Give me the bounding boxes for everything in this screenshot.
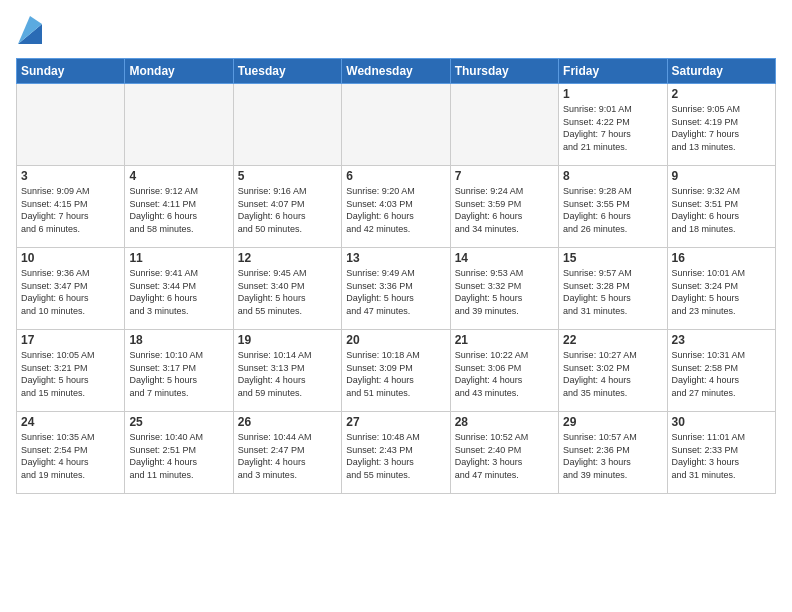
day-number: 10 [21,251,120,265]
day-info: Sunrise: 9:01 AMSunset: 4:22 PMDaylight:… [563,103,662,153]
day-info: Sunrise: 9:45 AMSunset: 3:40 PMDaylight:… [238,267,337,317]
day-cell: 18Sunrise: 10:10 AMSunset: 3:17 PMDaylig… [125,330,233,412]
day-number: 23 [672,333,771,347]
page: SundayMondayTuesdayWednesdayThursdayFrid… [0,0,792,612]
day-number: 18 [129,333,228,347]
day-cell: 24Sunrise: 10:35 AMSunset: 2:54 PMDaylig… [17,412,125,494]
day-number: 15 [563,251,662,265]
day-cell [342,84,450,166]
day-info: Sunrise: 10:44 AMSunset: 2:47 PMDaylight… [238,431,337,481]
day-info: Sunrise: 10:14 AMSunset: 3:13 PMDaylight… [238,349,337,399]
logo-icon [18,16,42,44]
day-cell: 20Sunrise: 10:18 AMSunset: 3:09 PMDaylig… [342,330,450,412]
day-number: 2 [672,87,771,101]
day-number: 30 [672,415,771,429]
day-number: 11 [129,251,228,265]
day-cell: 30Sunrise: 11:01 AMSunset: 2:33 PMDaylig… [667,412,775,494]
day-number: 7 [455,169,554,183]
week-row-3: 10Sunrise: 9:36 AMSunset: 3:47 PMDayligh… [17,248,776,330]
day-info: Sunrise: 11:01 AMSunset: 2:33 PMDaylight… [672,431,771,481]
week-row-5: 24Sunrise: 10:35 AMSunset: 2:54 PMDaylig… [17,412,776,494]
col-header-tuesday: Tuesday [233,59,341,84]
day-number: 26 [238,415,337,429]
header [16,16,776,48]
day-info: Sunrise: 10:10 AMSunset: 3:17 PMDaylight… [129,349,228,399]
day-cell: 10Sunrise: 9:36 AMSunset: 3:47 PMDayligh… [17,248,125,330]
day-info: Sunrise: 9:16 AMSunset: 4:07 PMDaylight:… [238,185,337,235]
day-cell: 7Sunrise: 9:24 AMSunset: 3:59 PMDaylight… [450,166,558,248]
header-row: SundayMondayTuesdayWednesdayThursdayFrid… [17,59,776,84]
col-header-friday: Friday [559,59,667,84]
day-cell: 5Sunrise: 9:16 AMSunset: 4:07 PMDaylight… [233,166,341,248]
day-cell: 17Sunrise: 10:05 AMSunset: 3:21 PMDaylig… [17,330,125,412]
calendar: SundayMondayTuesdayWednesdayThursdayFrid… [16,58,776,494]
day-number: 9 [672,169,771,183]
day-cell: 12Sunrise: 9:45 AMSunset: 3:40 PMDayligh… [233,248,341,330]
day-number: 13 [346,251,445,265]
day-info: Sunrise: 10:48 AMSunset: 2:43 PMDaylight… [346,431,445,481]
day-info: Sunrise: 10:52 AMSunset: 2:40 PMDaylight… [455,431,554,481]
day-cell [125,84,233,166]
day-number: 29 [563,415,662,429]
day-cell: 28Sunrise: 10:52 AMSunset: 2:40 PMDaylig… [450,412,558,494]
day-number: 14 [455,251,554,265]
day-number: 5 [238,169,337,183]
day-info: Sunrise: 10:05 AMSunset: 3:21 PMDaylight… [21,349,120,399]
day-cell: 1Sunrise: 9:01 AMSunset: 4:22 PMDaylight… [559,84,667,166]
day-number: 4 [129,169,228,183]
day-number: 12 [238,251,337,265]
week-row-2: 3Sunrise: 9:09 AMSunset: 4:15 PMDaylight… [17,166,776,248]
day-number: 20 [346,333,445,347]
week-row-1: 1Sunrise: 9:01 AMSunset: 4:22 PMDaylight… [17,84,776,166]
day-cell: 15Sunrise: 9:57 AMSunset: 3:28 PMDayligh… [559,248,667,330]
day-cell: 29Sunrise: 10:57 AMSunset: 2:36 PMDaylig… [559,412,667,494]
day-cell: 9Sunrise: 9:32 AMSunset: 3:51 PMDaylight… [667,166,775,248]
day-info: Sunrise: 9:32 AMSunset: 3:51 PMDaylight:… [672,185,771,235]
day-info: Sunrise: 9:09 AMSunset: 4:15 PMDaylight:… [21,185,120,235]
day-cell: 6Sunrise: 9:20 AMSunset: 4:03 PMDaylight… [342,166,450,248]
day-number: 28 [455,415,554,429]
day-cell [17,84,125,166]
day-number: 8 [563,169,662,183]
day-number: 16 [672,251,771,265]
day-cell: 26Sunrise: 10:44 AMSunset: 2:47 PMDaylig… [233,412,341,494]
day-info: Sunrise: 10:35 AMSunset: 2:54 PMDaylight… [21,431,120,481]
day-info: Sunrise: 9:28 AMSunset: 3:55 PMDaylight:… [563,185,662,235]
day-number: 21 [455,333,554,347]
day-info: Sunrise: 9:53 AMSunset: 3:32 PMDaylight:… [455,267,554,317]
day-cell: 25Sunrise: 10:40 AMSunset: 2:51 PMDaylig… [125,412,233,494]
day-number: 27 [346,415,445,429]
day-cell: 8Sunrise: 9:28 AMSunset: 3:55 PMDaylight… [559,166,667,248]
day-cell [233,84,341,166]
day-info: Sunrise: 10:27 AMSunset: 3:02 PMDaylight… [563,349,662,399]
col-header-wednesday: Wednesday [342,59,450,84]
day-cell: 27Sunrise: 10:48 AMSunset: 2:43 PMDaylig… [342,412,450,494]
col-header-monday: Monday [125,59,233,84]
col-header-saturday: Saturday [667,59,775,84]
day-cell: 14Sunrise: 9:53 AMSunset: 3:32 PMDayligh… [450,248,558,330]
day-number: 25 [129,415,228,429]
col-header-thursday: Thursday [450,59,558,84]
day-cell [450,84,558,166]
day-number: 1 [563,87,662,101]
day-info: Sunrise: 9:20 AMSunset: 4:03 PMDaylight:… [346,185,445,235]
week-row-4: 17Sunrise: 10:05 AMSunset: 3:21 PMDaylig… [17,330,776,412]
day-number: 22 [563,333,662,347]
day-cell: 13Sunrise: 9:49 AMSunset: 3:36 PMDayligh… [342,248,450,330]
day-info: Sunrise: 9:41 AMSunset: 3:44 PMDaylight:… [129,267,228,317]
day-info: Sunrise: 10:31 AMSunset: 2:58 PMDaylight… [672,349,771,399]
day-info: Sunrise: 9:36 AMSunset: 3:47 PMDaylight:… [21,267,120,317]
day-cell: 11Sunrise: 9:41 AMSunset: 3:44 PMDayligh… [125,248,233,330]
day-cell: 19Sunrise: 10:14 AMSunset: 3:13 PMDaylig… [233,330,341,412]
day-info: Sunrise: 10:18 AMSunset: 3:09 PMDaylight… [346,349,445,399]
day-cell: 22Sunrise: 10:27 AMSunset: 3:02 PMDaylig… [559,330,667,412]
day-cell: 4Sunrise: 9:12 AMSunset: 4:11 PMDaylight… [125,166,233,248]
day-info: Sunrise: 10:57 AMSunset: 2:36 PMDaylight… [563,431,662,481]
day-info: Sunrise: 10:01 AMSunset: 3:24 PMDaylight… [672,267,771,317]
day-info: Sunrise: 9:05 AMSunset: 4:19 PMDaylight:… [672,103,771,153]
col-header-sunday: Sunday [17,59,125,84]
day-info: Sunrise: 9:49 AMSunset: 3:36 PMDaylight:… [346,267,445,317]
day-info: Sunrise: 9:57 AMSunset: 3:28 PMDaylight:… [563,267,662,317]
day-number: 6 [346,169,445,183]
day-number: 19 [238,333,337,347]
